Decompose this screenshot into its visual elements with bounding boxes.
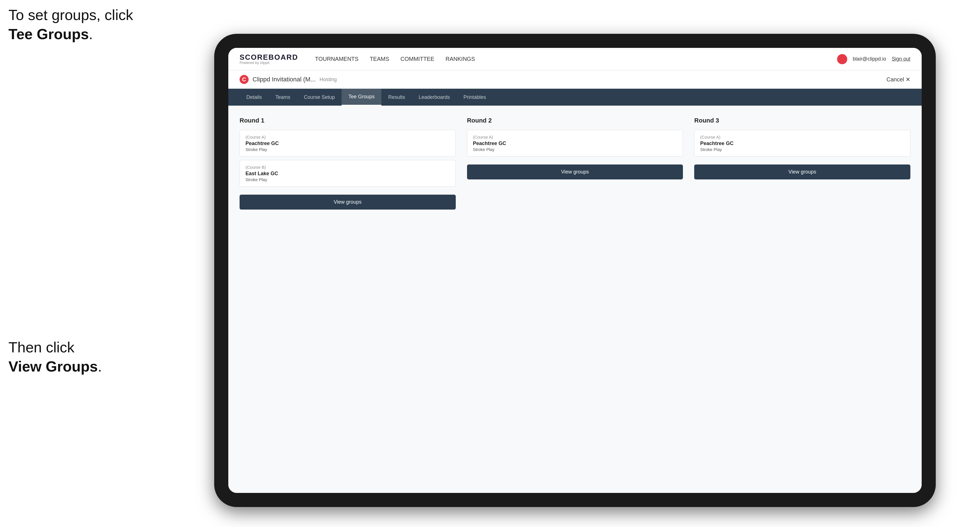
tab-tee-groups[interactable]: Tee Groups (342, 89, 381, 106)
round-1-course-b-type: Stroke Play (245, 177, 450, 182)
round-3-course-a-label: (Course A) (700, 135, 904, 140)
round-3-column: Round 3 (Course A) Peachtree GC Stroke P… (694, 117, 910, 210)
round-1-column: Round 1 (Course A) Peachtree GC Stroke P… (240, 117, 456, 210)
tab-details[interactable]: Details (240, 89, 269, 106)
round-2-course-a-name: Peachtree GC (473, 141, 677, 146)
instruction-bottom-line1: Then click (8, 339, 75, 356)
cancel-button[interactable]: Cancel ✕ (886, 76, 910, 83)
instruction-top-line1: To set groups, click (8, 7, 133, 23)
round-2-course-a-card: (Course A) Peachtree GC Stroke Play (467, 130, 683, 157)
round-3-course-a-type: Stroke Play (700, 147, 904, 152)
tab-bar: Details Teams Course Setup Tee Groups Re… (228, 89, 922, 106)
tab-teams[interactable]: Teams (269, 89, 297, 106)
tournament-title-area: C Clippd Invitational (M... Hosting (240, 75, 337, 84)
user-email: blair@clippd.io (853, 56, 886, 62)
tab-results[interactable]: Results (381, 89, 412, 106)
nav-links: TOURNAMENTS TEAMS COMMITTEE RANKINGS (315, 55, 475, 63)
round-1-course-b-name: East Lake GC (245, 171, 450, 176)
round-2-course-a-label: (Course A) (473, 135, 677, 140)
instruction-top-punct: . (89, 26, 93, 42)
round-2-column: Round 2 (Course A) Peachtree GC Stroke P… (467, 117, 683, 210)
logo: SCOREBOARD Powered by clippit (240, 54, 298, 65)
round-1-course-a-name: Peachtree GC (245, 141, 450, 146)
round-2-title: Round 2 (467, 117, 683, 124)
rounds-grid: Round 1 (Course A) Peachtree GC Stroke P… (240, 117, 910, 210)
round-1-course-a-label: (Course A) (245, 135, 450, 140)
nav-left: SCOREBOARD Powered by clippit TOURNAMENT… (240, 54, 475, 65)
instruction-top-bold: Tee Groups (8, 26, 89, 42)
tablet-device: SCOREBOARD Powered by clippit TOURNAMENT… (214, 34, 936, 507)
logo-text: SCOREBOARD (240, 54, 298, 61)
instruction-top: To set groups, click Tee Groups. (8, 6, 133, 44)
round-3-course-a-name: Peachtree GC (700, 141, 904, 146)
user-avatar (837, 54, 847, 64)
top-navigation: SCOREBOARD Powered by clippit TOURNAMENT… (228, 48, 922, 70)
tournament-name: Clippd Invitational (M... (253, 76, 316, 83)
tab-printables[interactable]: Printables (457, 89, 493, 106)
nav-right: blair@clippd.io Sign out (837, 54, 910, 64)
nav-teams[interactable]: TEAMS (370, 55, 389, 63)
logo-sub: Powered by clippit (240, 61, 298, 65)
instruction-bottom-bold: View Groups (8, 358, 98, 375)
round-1-course-a-card: (Course A) Peachtree GC Stroke Play (240, 130, 456, 157)
round-1-view-groups-button[interactable]: View groups (240, 195, 456, 210)
round-1-course-b-label: (Course B) (245, 165, 450, 170)
sub-header: C Clippd Invitational (M... Hosting Canc… (228, 70, 922, 89)
instruction-bottom: Then click View Groups. (8, 338, 102, 376)
nav-rankings[interactable]: RANKINGS (445, 55, 475, 63)
round-2-course-a-type: Stroke Play (473, 147, 677, 152)
hosting-label: Hosting (320, 76, 337, 83)
tab-leaderboards[interactable]: Leaderboards (412, 89, 457, 106)
main-content: Round 1 (Course A) Peachtree GC Stroke P… (228, 106, 922, 493)
round-1-course-b-card: (Course B) East Lake GC Stroke Play (240, 160, 456, 187)
sign-out-link[interactable]: Sign out (892, 56, 910, 62)
round-3-view-groups-button[interactable]: View groups (694, 165, 910, 179)
tablet-screen: SCOREBOARD Powered by clippit TOURNAMENT… (228, 48, 922, 493)
round-1-course-a-type: Stroke Play (245, 147, 450, 152)
nav-tournaments[interactable]: TOURNAMENTS (315, 55, 358, 63)
round-1-title: Round 1 (240, 117, 456, 124)
instruction-bottom-punct: . (98, 358, 102, 375)
nav-committee[interactable]: COMMITTEE (401, 55, 434, 63)
tab-course-setup[interactable]: Course Setup (297, 89, 342, 106)
round-2-view-groups-button[interactable]: View groups (467, 165, 683, 179)
round-3-title: Round 3 (694, 117, 910, 124)
tournament-logo-c: C (240, 75, 248, 84)
round-3-course-a-card: (Course A) Peachtree GC Stroke Play (694, 130, 910, 157)
